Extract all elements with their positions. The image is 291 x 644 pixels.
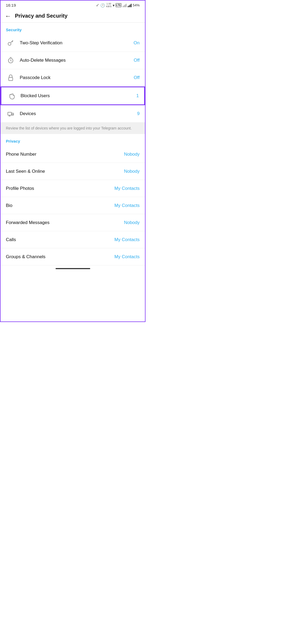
devices-item[interactable]: Devices 9	[1, 105, 145, 123]
passcode-lock-item[interactable]: Passcode Lock Off	[1, 69, 145, 87]
passcode-lock-value: Off	[134, 75, 140, 80]
hand-icon	[7, 91, 16, 101]
signal-bars-2	[128, 3, 132, 7]
svg-line-6	[11, 61, 11, 61]
bio-item[interactable]: Bio My Contacts	[1, 197, 145, 214]
devices-note: Review the list of devices where you are…	[1, 123, 145, 134]
lock-icon	[6, 73, 15, 83]
blocked-users-label: Blocked Users	[21, 93, 134, 99]
groups-channels-value: My Contacts	[115, 254, 140, 260]
privacy-section-title: Privacy	[6, 139, 20, 143]
bio-label: Bio	[6, 203, 13, 208]
profile-photos-value: My Contacts	[115, 186, 140, 191]
devices-note-text: Review the list of devices where you are…	[6, 126, 132, 130]
devices-label: Devices	[20, 111, 135, 116]
passcode-lock-label: Passcode Lock	[20, 75, 132, 80]
devices-icon	[6, 109, 15, 119]
alarm-icon: 🕐	[100, 3, 105, 7]
svg-line-2	[13, 41, 13, 41]
profile-photos-item[interactable]: Profile Photos My Contacts	[1, 180, 145, 197]
check-circle-icon: ✓	[96, 3, 99, 8]
last-seen-label: Last Seen & Online	[6, 169, 45, 174]
auto-delete-messages-item[interactable]: Auto-Delete Messages Off	[1, 52, 145, 69]
two-step-verification-label: Two-Step Verification	[20, 40, 131, 46]
auto-delete-messages-label: Auto-Delete Messages	[20, 58, 132, 63]
home-bar	[56, 268, 90, 269]
status-time: 16:19	[6, 3, 16, 7]
timer-icon	[6, 56, 15, 65]
key-icon	[6, 38, 15, 48]
phone-number-item[interactable]: Phone Number Nobody	[1, 146, 145, 163]
status-icons: ✓ 🕐 1.00KB/S ▾ LTE 5	[96, 3, 140, 8]
svg-rect-9	[8, 112, 11, 115]
security-section-header: Security	[1, 23, 145, 34]
signal-bars-1	[123, 3, 127, 7]
battery-indicator: 54%	[133, 3, 140, 7]
wifi-icon: ▾	[113, 3, 115, 7]
auto-delete-messages-value: Off	[134, 58, 140, 63]
groups-channels-item[interactable]: Groups & Channels My Contacts	[1, 248, 145, 265]
forwarded-messages-item[interactable]: Forwarded Messages Nobody	[1, 214, 145, 231]
calls-item[interactable]: Calls My Contacts	[1, 231, 145, 248]
page-title: Privacy and Security	[15, 13, 68, 19]
kbs-label: 1.00KB/S	[106, 3, 112, 8]
svg-line-3	[12, 41, 12, 42]
two-step-verification-item[interactable]: Two-Step Verification On	[1, 34, 145, 52]
last-seen-item[interactable]: Last Seen & Online Nobody	[1, 163, 145, 180]
groups-channels-label: Groups & Channels	[6, 254, 45, 260]
screen-wrapper: 16:19 ✓ 🕐 1.00KB/S ▾ LTE	[0, 0, 146, 322]
status-bar: 16:19 ✓ 🕐 1.00KB/S ▾ LTE	[1, 1, 145, 10]
phone-number-label: Phone Number	[6, 152, 36, 157]
page-header: ← Privacy and Security	[1, 10, 145, 23]
two-step-verification-value: On	[133, 40, 140, 46]
svg-rect-8	[9, 77, 13, 81]
devices-value: 9	[137, 111, 140, 116]
phone-number-value: Nobody	[124, 152, 140, 157]
blocked-users-value: 1	[136, 93, 139, 99]
bio-value: My Contacts	[115, 203, 140, 208]
calls-label: Calls	[6, 237, 16, 242]
privacy-section-header: Privacy	[1, 134, 145, 146]
calls-value: My Contacts	[115, 237, 140, 242]
profile-photos-label: Profile Photos	[6, 186, 34, 191]
blocked-users-item[interactable]: Blocked Users 1	[1, 87, 145, 105]
svg-point-0	[8, 42, 11, 45]
forwarded-messages-label: Forwarded Messages	[6, 220, 49, 225]
home-indicator	[1, 265, 145, 271]
last-seen-value: Nobody	[124, 169, 140, 174]
lte-badge: LTE	[116, 3, 121, 7]
forwarded-messages-value: Nobody	[124, 220, 140, 225]
security-section-title: Security	[6, 28, 22, 32]
back-button[interactable]: ←	[5, 13, 11, 19]
